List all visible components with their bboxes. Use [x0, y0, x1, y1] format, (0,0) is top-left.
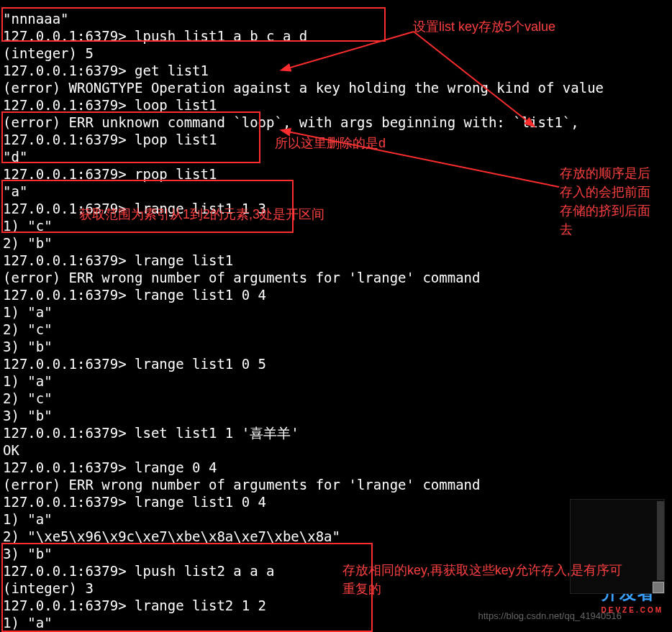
annotation-order-l2: 存入的会把前面: [560, 185, 650, 199]
term-line: 1) "a": [3, 304, 53, 320]
term-line: (error) ERR wrong number of arguments fo…: [3, 477, 480, 493]
term-line: (error) WRONGTYPE Operation against a ke…: [3, 80, 604, 96]
annotation-set-list: 设置list key存放5个value: [413, 17, 555, 36]
minimap-resize-handle[interactable]: [653, 582, 664, 593]
annotation-delete-d: 所以这里删除的是d: [275, 134, 386, 152]
term-line: 127.0.0.1:6379> lpush list1 a b c a d: [3, 28, 307, 44]
term-line: 127.0.0.1:6379> lrange list1 0 4: [3, 494, 266, 510]
term-line: 127.0.0.1:6379> rpop list1: [3, 166, 217, 182]
terminal-output: "nnnaaa" 127.0.0.1:6379> lpush list1 a b…: [3, 10, 604, 632]
term-line: "d": [3, 149, 27, 165]
brand-logo-sub: DEVZE.COM: [601, 602, 663, 619]
term-line: 127.0.0.1:6379> lrange list1 0 5: [3, 356, 266, 372]
annotation-order-l3: 存储的挤到后面: [560, 203, 650, 218]
term-line: (integer) 3: [3, 580, 94, 596]
annotation-order: 存放的顺序是后 存入的会把前面 存储的挤到后面 去: [560, 164, 650, 239]
term-line: 3) "b": [3, 339, 53, 354]
term-line: 127.0.0.1:6379> lrange list2 1 2: [3, 597, 266, 613]
term-line: 2) "c": [3, 390, 53, 406]
annotation-order-l1: 存放的顺序是后: [560, 166, 650, 180]
term-line: 127.0.0.1:6379> lrange 0 4: [3, 459, 217, 475]
term-line: 2) "c": [3, 321, 53, 337]
term-line: 3) "b": [3, 408, 53, 423]
term-line: 127.0.0.1:6379> lset list1 1 '喜羊羊': [3, 425, 299, 441]
annotation-duplicate: 存放相同的key,再获取这些key允许存入,是有序可 重复的: [342, 561, 622, 598]
watermark-url: https://blog.csdn.net/qq_41940516: [478, 608, 622, 625]
annotation-duplicate-l1: 存放相同的key,再获取这些key允许存入,是有序可: [342, 563, 622, 577]
term-line: 127.0.0.1:6379> lpush list2 a a a: [3, 563, 275, 579]
term-line: "nnnaaa": [3, 11, 69, 27]
annotation-range: 获取范围为索引从1到2的元素,3处是开区间: [79, 205, 324, 224]
term-line: OK: [3, 442, 19, 458]
term-line: (error) ERR wrong number of arguments fo…: [3, 270, 480, 285]
term-line: 1) "a": [3, 615, 53, 631]
term-line: 127.0.0.1:6379> lpop list1: [3, 132, 217, 147]
term-line: 1) "a": [3, 373, 53, 389]
term-line: 127.0.0.1:6379> get list1: [3, 63, 209, 78]
term-line: 3) "b": [3, 546, 53, 562]
term-line: "a": [3, 183, 27, 199]
term-line: 127.0.0.1:6379> lrange list1: [3, 252, 233, 268]
term-line: 2) "\xe5\x96\x9c\xe7\xbe\x8a\xe7\xbe\x8a…: [3, 528, 340, 544]
term-line: 1) "c": [3, 218, 53, 234]
term-line: 2) "b": [3, 235, 53, 251]
annotation-order-l4: 去: [560, 222, 573, 237]
term-line: 1) "a": [3, 511, 53, 527]
term-line: (integer) 5: [3, 45, 94, 61]
minimap-scrollbar[interactable]: [657, 501, 664, 580]
annotation-duplicate-l2: 重复的: [342, 582, 381, 596]
term-line: (error) ERR unknown command `loop`, with…: [3, 114, 587, 130]
term-line: 127.0.0.1:6379> lrange list1 0 4: [3, 287, 266, 303]
term-line: 127.0.0.1:6379> loop list1: [3, 97, 217, 113]
